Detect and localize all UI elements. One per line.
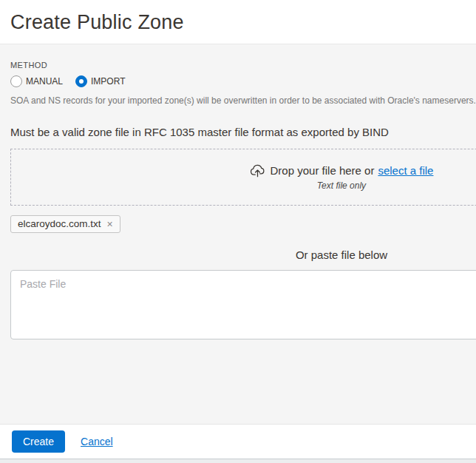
paste-file-label: Or paste file below bbox=[10, 249, 476, 261]
uploaded-files-row: elcaroydoc.com.txt × bbox=[10, 215, 476, 233]
remove-file-icon[interactable]: × bbox=[107, 219, 113, 229]
background-page-strip bbox=[0, 459, 476, 463]
radio-option-label: IMPORT bbox=[91, 76, 125, 87]
radio-option-label: MANUAL bbox=[26, 76, 63, 87]
file-chip-name: elcaroydoc.com.txt bbox=[18, 218, 101, 229]
import-info-text: SOA and NS records for your imported zon… bbox=[10, 95, 476, 106]
select-file-link[interactable]: select a file bbox=[378, 164, 433, 177]
dropzone-text: Drop your file here or bbox=[271, 164, 375, 177]
cloud-upload-icon bbox=[250, 164, 265, 178]
dialog-body: METHOD MANUAL IMPORT SOA and NS records … bbox=[0, 44, 476, 424]
dialog-footer: Create Cancel bbox=[0, 424, 476, 459]
dropzone-hint: Text file only bbox=[317, 180, 366, 191]
create-button[interactable]: Create bbox=[12, 430, 65, 453]
zone-file-instruction: Must be a valid zone file in RFC 1035 ma… bbox=[10, 126, 476, 138]
radio-unselected-icon[interactable] bbox=[10, 75, 22, 87]
file-dropzone[interactable]: Drop your file here or select a file Tex… bbox=[10, 149, 476, 206]
page-title: Create Public Zone bbox=[10, 11, 466, 34]
radio-selected-icon[interactable] bbox=[75, 75, 87, 87]
method-radio-group: MANUAL IMPORT bbox=[10, 75, 476, 87]
cancel-link[interactable]: Cancel bbox=[81, 436, 113, 447]
file-chip: elcaroydoc.com.txt × bbox=[10, 215, 120, 233]
radio-option-import[interactable]: IMPORT bbox=[75, 75, 125, 87]
dropzone-line: Drop your file here or select a file bbox=[250, 164, 434, 178]
dialog-header: Create Public Zone bbox=[0, 0, 476, 44]
paste-file-input[interactable] bbox=[10, 270, 476, 339]
method-label: METHOD bbox=[10, 61, 476, 70]
radio-option-manual[interactable]: MANUAL bbox=[10, 75, 63, 87]
